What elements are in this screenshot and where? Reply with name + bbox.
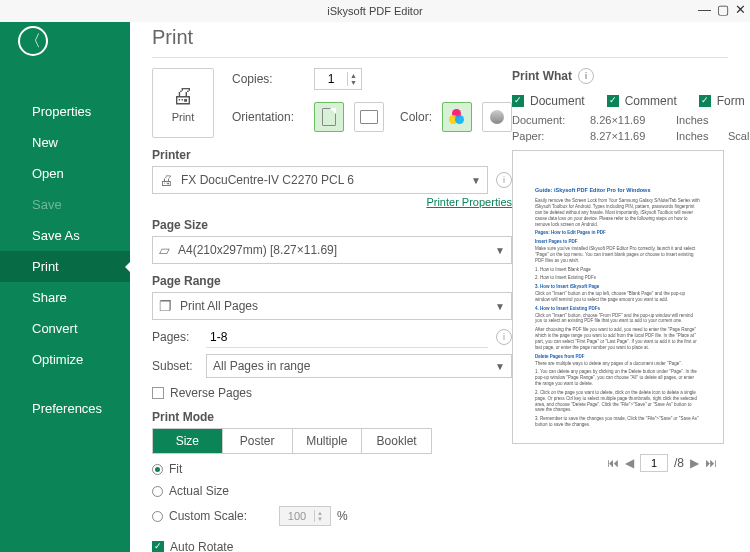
pages-label: Pages: xyxy=(152,330,198,344)
printmode-tab-multiple[interactable]: Multiple xyxy=(293,429,363,453)
chevron-down-icon: ▼ xyxy=(471,175,481,186)
pct-label: % xyxy=(337,509,348,523)
color-icon xyxy=(449,109,465,125)
sidebar-item-print[interactable]: Print xyxy=(0,251,130,282)
sidebar-item-convert[interactable]: Convert xyxy=(0,313,130,344)
pager-last-icon[interactable]: ⏭ xyxy=(705,456,717,470)
chevron-down-icon: ▼ xyxy=(495,301,505,312)
chevron-down-icon: ▼ xyxy=(495,245,505,256)
print-tile[interactable]: 🖨 Print xyxy=(152,68,214,138)
autorotate-checkbox[interactable] xyxy=(152,541,164,552)
sidebar-item-new[interactable]: New xyxy=(0,127,130,158)
subset-value: All Pages in range xyxy=(213,359,310,373)
printer-icon: 🖨 xyxy=(172,83,194,109)
meta-scale-label: Scale: xyxy=(728,130,750,142)
pagerange-section-label: Page Range xyxy=(152,274,512,288)
copies-up[interactable]: ▲ xyxy=(350,72,357,79)
printmode-tabs: SizePosterMultipleBooklet xyxy=(152,428,432,454)
meta-doc-unit: Inches xyxy=(676,114,722,126)
subset-select[interactable]: All Pages in range ▼ xyxy=(206,354,512,378)
pagesize-value: A4(210x297mm) [8.27×11.69] xyxy=(178,243,337,257)
printmode-tab-booklet[interactable]: Booklet xyxy=(362,429,431,453)
sidebar: 〈 PropertiesNewOpenSaveSave AsPrintShare… xyxy=(0,22,130,552)
sidebar-item-share[interactable]: Share xyxy=(0,282,130,313)
print-tile-label: Print xyxy=(172,111,195,123)
pagesize-section-label: Page Size xyxy=(152,218,512,232)
pw-document-checkbox[interactable] xyxy=(512,95,524,107)
page-title: Print xyxy=(152,26,728,49)
back-button[interactable]: 〈 xyxy=(18,26,48,56)
actual-radio[interactable] xyxy=(152,486,163,497)
printer-value: FX DocuCentre-IV C2270 PCL 6 xyxy=(181,173,354,187)
page-preview: Guide: iSkysoft PDF Editor Pro for Windo… xyxy=(512,150,724,444)
pw-form-label: Form xyxy=(717,94,745,108)
orientation-portrait[interactable] xyxy=(314,102,344,132)
reverse-label: Reverse Pages xyxy=(170,386,252,400)
fit-label: Fit xyxy=(169,462,182,476)
maximize-button[interactable]: ▢ xyxy=(717,2,729,17)
custom-scale-input xyxy=(280,510,314,522)
copies-spinner[interactable]: ▲▼ xyxy=(314,68,362,90)
copies-label: Copies: xyxy=(232,72,304,86)
chevron-down-icon: ▼ xyxy=(495,361,505,372)
window-title: iSkysoft PDF Editor xyxy=(0,5,750,17)
meta-doc-val: 8.26×11.69 xyxy=(590,114,670,126)
sidebar-item-preferences[interactable]: Preferences xyxy=(0,393,130,424)
sidebar-item-properties[interactable]: Properties xyxy=(0,96,130,127)
pager-total: /8 xyxy=(674,456,684,470)
color-mode-color[interactable] xyxy=(442,102,472,132)
printer-section-label: Printer xyxy=(152,148,512,162)
sidebar-item-save[interactable]: Save xyxy=(0,189,130,220)
pagesize-select[interactable]: ▱ A4(210x297mm) [8.27×11.69] ▼ xyxy=(152,236,512,264)
portrait-icon xyxy=(322,108,336,126)
pager-prev-icon[interactable]: ◀ xyxy=(625,456,634,470)
pages-info-icon[interactable]: i xyxy=(496,329,512,345)
custom-radio[interactable] xyxy=(152,511,163,522)
color-label: Color: xyxy=(400,110,432,124)
custom-label: Custom Scale: xyxy=(169,509,247,523)
autorotate-label: Auto Rotate xyxy=(170,540,233,552)
orientation-landscape[interactable] xyxy=(354,102,384,132)
page-icon: ▱ xyxy=(159,242,170,258)
close-button[interactable]: ✕ xyxy=(735,2,746,17)
printer-properties-link[interactable]: Printer Properties xyxy=(426,196,512,208)
preview-pager: ⏮ ◀ /8 ▶ ⏭ xyxy=(512,454,750,472)
copies-down[interactable]: ▼ xyxy=(350,79,357,86)
meta-paper-unit: Inches xyxy=(676,130,722,142)
printmode-tab-size[interactable]: Size xyxy=(153,429,223,453)
printer-select[interactable]: 🖨 FX DocuCentre-IV C2270 PCL 6 ▼ xyxy=(152,166,488,194)
pw-comment-checkbox[interactable] xyxy=(607,95,619,107)
pager-next-icon[interactable]: ▶ xyxy=(690,456,699,470)
sidebar-item-optimize[interactable]: Optimize xyxy=(0,344,130,375)
minimize-button[interactable]: — xyxy=(698,2,711,17)
printmode-tab-poster[interactable]: Poster xyxy=(223,429,293,453)
fit-radio[interactable] xyxy=(152,464,163,475)
printwhat-info-icon[interactable]: i xyxy=(578,68,594,84)
pagerange-value: Print All Pages xyxy=(180,299,258,313)
actual-label: Actual Size xyxy=(169,484,229,498)
printwhat-label: Print What xyxy=(512,69,572,83)
sidebar-item-save-as[interactable]: Save As xyxy=(0,220,130,251)
pw-comment-label: Comment xyxy=(625,94,677,108)
pager-current-input[interactable] xyxy=(640,454,668,472)
pager-first-icon[interactable]: ⏮ xyxy=(607,456,619,470)
pages-icon: ❐ xyxy=(159,298,172,314)
pagerange-select[interactable]: ❐ Print All Pages ▼ xyxy=(152,292,512,320)
reverse-checkbox[interactable] xyxy=(152,387,164,399)
printmode-section-label: Print Mode xyxy=(152,410,512,424)
printer-info-icon[interactable]: i xyxy=(496,172,512,188)
printer-select-icon: 🖨 xyxy=(159,172,173,188)
sidebar-item-open[interactable]: Open xyxy=(0,158,130,189)
meta-doc-label: Document: xyxy=(512,114,584,126)
pw-form-checkbox[interactable] xyxy=(699,95,711,107)
landscape-icon xyxy=(360,110,378,124)
pages-input[interactable] xyxy=(206,326,488,348)
meta-paper-val: 8.27×11.69 xyxy=(590,130,670,142)
custom-scale-spinner[interactable]: ▲▼ xyxy=(279,506,331,526)
grayscale-icon xyxy=(490,110,504,124)
divider xyxy=(152,57,728,58)
subset-label: Subset: xyxy=(152,359,198,373)
copies-input[interactable] xyxy=(315,72,347,86)
color-mode-gray[interactable] xyxy=(482,102,512,132)
meta-paper-label: Paper: xyxy=(512,130,584,142)
